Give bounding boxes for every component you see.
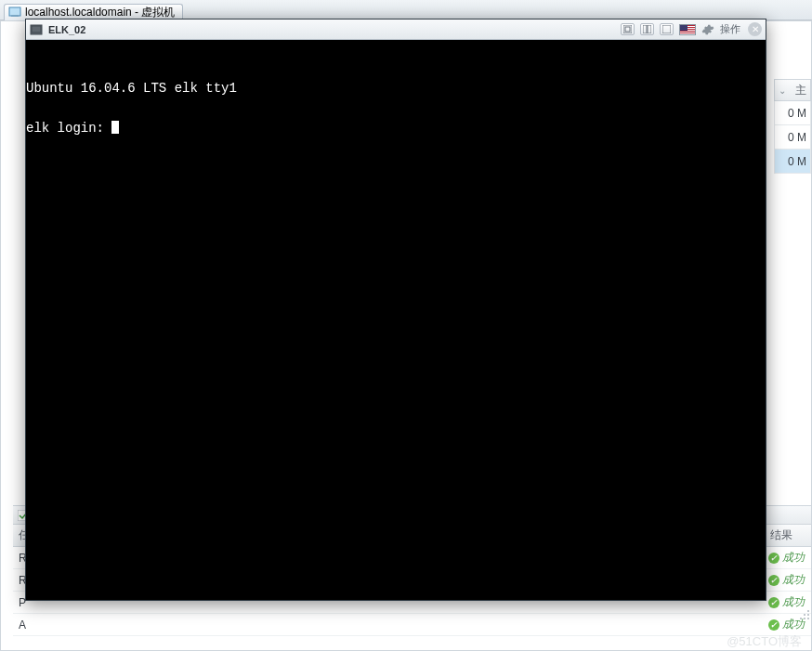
task-name: A <box>13 618 765 631</box>
svg-point-14 <box>804 618 805 619</box>
task-result-label: 成功 <box>782 594 805 610</box>
svg-rect-4 <box>32 26 41 33</box>
outer-tab-bar: localhost.localdomain - 虚拟机 <box>0 0 812 20</box>
svg-rect-8 <box>648 25 651 33</box>
side-cell[interactable]: 0 M <box>774 125 811 150</box>
ok-icon: ✓ <box>768 553 779 564</box>
task-result: ✓成功 <box>765 594 811 610</box>
gear-icon[interactable] <box>701 23 714 36</box>
side-cell[interactable]: 0 M <box>774 101 811 125</box>
task-result: ✓成功 <box>765 572 811 588</box>
vm-console[interactable]: Ubuntu 16.04.6 LTS elk tty1 elk login: <box>26 40 766 600</box>
dock-button-2[interactable] <box>640 23 654 35</box>
ok-icon: ✓ <box>768 597 779 608</box>
svg-point-13 <box>807 618 809 619</box>
console-icon <box>30 23 43 36</box>
task-result-label: 成功 <box>782 572 805 588</box>
task-result: ✓成功 <box>765 550 811 566</box>
svg-rect-9 <box>662 25 671 33</box>
vm-window: ELK_02 操作 ✕ Ubuntu 16.04.6 LTS elk tty1 … <box>25 19 766 601</box>
task-row[interactable]: A ✓成功 <box>13 614 811 636</box>
col-header-result-label: 结果 <box>770 527 792 543</box>
task-result-label: 成功 <box>782 550 805 566</box>
svg-point-12 <box>804 614 805 616</box>
console-line: elk login: <box>26 119 766 139</box>
svg-rect-6 <box>625 27 630 32</box>
close-icon[interactable]: ✕ <box>748 22 762 36</box>
vm-titlebar[interactable]: ELK_02 操作 ✕ <box>26 20 766 40</box>
outer-tab[interactable]: localhost.localdomain - 虚拟机 <box>4 4 183 20</box>
outer-tab-label: localhost.localdomain - 虚拟机 <box>25 5 175 20</box>
svg-rect-1 <box>11 15 19 17</box>
col-header-host[interactable]: ⌄ 主 <box>774 79 811 101</box>
col-header-host-label: 主 <box>795 83 806 98</box>
svg-point-15 <box>800 618 802 619</box>
side-cell-selected[interactable]: 0 M <box>774 150 811 174</box>
console-cursor <box>111 121 119 134</box>
chevron-down-icon: ⌄ <box>779 85 786 96</box>
svg-point-11 <box>807 614 809 616</box>
cell-value: 0 M <box>788 131 806 144</box>
svg-rect-0 <box>9 7 20 16</box>
minimize-button[interactable] <box>660 23 674 35</box>
right-sidebar: ⌄ 主 0 M 0 M 0 M <box>774 79 811 174</box>
svg-point-10 <box>807 610 809 612</box>
resize-grip-icon[interactable] <box>753 587 764 598</box>
svg-rect-7 <box>643 25 647 33</box>
col-header-result[interactable]: 结果 <box>765 525 811 546</box>
login-prompt: elk login: <box>26 121 111 136</box>
vm-action-label[interactable]: 操作 <box>720 22 740 36</box>
cell-value: 0 M <box>788 107 806 120</box>
cell-value: 0 M <box>788 155 806 168</box>
ok-icon: ✓ <box>768 575 779 586</box>
svg-rect-5 <box>623 25 632 33</box>
dock-button-1[interactable] <box>621 23 635 35</box>
host-icon <box>8 6 21 19</box>
vm-title: ELK_02 <box>48 24 85 35</box>
us-flag-icon[interactable] <box>679 24 696 35</box>
console-line: Ubuntu 16.04.6 LTS elk tty1 <box>26 79 766 99</box>
